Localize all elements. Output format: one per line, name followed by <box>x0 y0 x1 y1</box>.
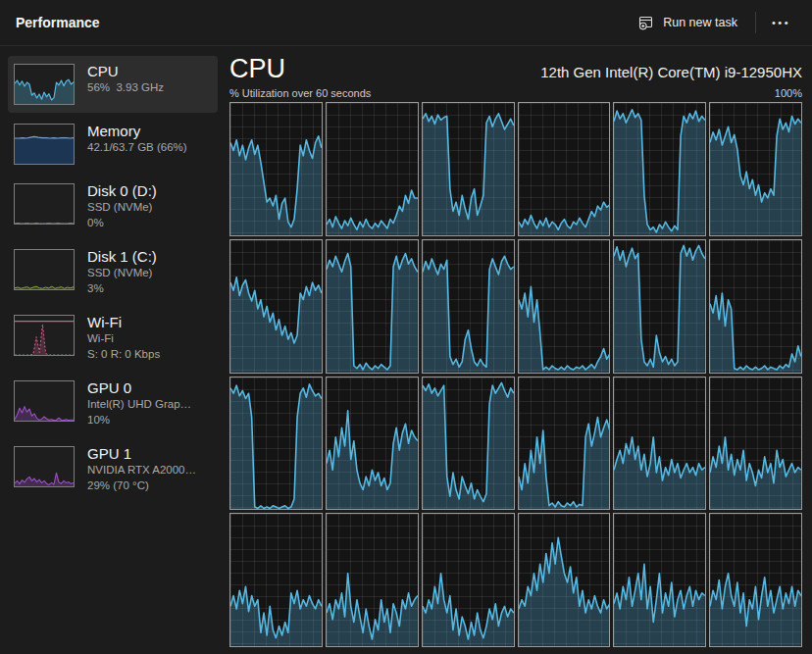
cpu-core-grid <box>229 102 802 647</box>
logical-processor-chart-10[interactable] <box>613 239 706 374</box>
cpu-section-title: CPU <box>229 54 285 84</box>
run-new-task-label: Run new task <box>663 16 737 29</box>
more-options-button[interactable]: ••• <box>764 13 798 32</box>
logical-processor-chart-22[interactable] <box>613 513 706 647</box>
sidebar-item-detail: 3% <box>87 281 157 297</box>
logical-processor-chart-6[interactable] <box>229 239 323 374</box>
disk0-mini-graph <box>14 183 75 225</box>
performance-sidebar: CPU56% 3.93 GHzMemory42.1/63.7 GB (66%)D… <box>0 46 222 653</box>
logical-processor-chart-5[interactable] <box>709 102 802 236</box>
logical-processor-chart-2[interactable] <box>422 102 515 236</box>
sidebar-item-disk0[interactable]: Disk 0 (D:)SSD (NVMe)0% <box>8 176 218 238</box>
sidebar-item-memory[interactable]: Memory42.1/63.7 GB (66%) <box>8 116 218 173</box>
logical-processor-chart-20[interactable] <box>422 513 515 647</box>
logical-processor-chart-12[interactable] <box>229 377 323 511</box>
sidebar-item-detail: 10% <box>87 413 191 428</box>
logical-processor-chart-14[interactable] <box>422 377 515 511</box>
sidebar-item-title: Disk 0 (D:) <box>87 182 157 200</box>
sidebar-item-detail: S: 0 R: 0 Kbps <box>87 347 160 363</box>
disk1-mini-graph <box>14 249 75 290</box>
sidebar-item-title: GPU 0 <box>87 379 191 397</box>
logical-processor-chart-17[interactable] <box>709 377 802 511</box>
logical-processor-chart-21[interactable] <box>518 513 611 647</box>
sidebar-item-disk1[interactable]: Disk 1 (C:)SSD (NVMe)3% <box>8 241 218 304</box>
sidebar-item-title: Wi-Fi <box>87 314 160 331</box>
logical-processor-chart-23[interactable] <box>709 513 802 647</box>
sidebar-item-detail: 29% (70 °C) <box>87 478 196 494</box>
sidebar-item-detail: SSD (NVMe) <box>87 266 157 281</box>
logical-processor-chart-7[interactable] <box>326 239 419 374</box>
sidebar-item-title: GPU 1 <box>87 445 196 463</box>
logical-processor-chart-3[interactable] <box>518 102 611 236</box>
logical-processor-chart-19[interactable] <box>326 513 419 647</box>
sidebar-item-gpu1[interactable]: GPU 1NVIDIA RTX A2000…29% (70 °C) <box>8 438 218 501</box>
logical-processor-chart-1[interactable] <box>326 102 419 236</box>
toolbar-divider <box>755 12 756 33</box>
sidebar-item-detail: 42.1/63.7 GB (66%) <box>87 140 187 156</box>
sidebar-item-detail: NVIDIA RTX A2000… <box>87 463 196 478</box>
wifi-mini-graph <box>14 315 75 356</box>
memory-mini-graph <box>14 124 75 165</box>
sidebar-item-gpu0[interactable]: GPU 0Intel(R) UHD Grap…10% <box>8 373 218 435</box>
sidebar-item-detail: Wi-Fi <box>87 331 160 347</box>
logical-processor-chart-4[interactable] <box>613 102 706 236</box>
gpu1-mini-graph <box>14 446 75 487</box>
page-title: Performance <box>16 15 100 30</box>
y-max-label: 100% <box>775 87 802 99</box>
logical-processor-chart-16[interactable] <box>613 377 706 511</box>
sidebar-item-detail: Intel(R) UHD Grap… <box>87 397 191 413</box>
logical-processor-chart-13[interactable] <box>326 377 419 511</box>
logical-processor-chart-9[interactable] <box>518 239 611 374</box>
cpu-detail-pane: CPU 12th Gen Intel(R) Core(TM) i9-12950H… <box>222 46 812 653</box>
cpu-mini-graph <box>14 64 75 105</box>
sidebar-item-detail: SSD (NVMe) <box>87 200 157 216</box>
sidebar-item-title: CPU <box>87 63 164 80</box>
sidebar-item-wifi[interactable]: Wi-FiWi-FiS: 0 R: 0 Kbps <box>8 307 218 370</box>
sidebar-item-detail: 56% 3.93 GHz <box>87 80 164 96</box>
logical-processor-chart-18[interactable] <box>229 513 323 647</box>
sidebar-item-title: Memory <box>87 123 187 140</box>
sidebar-item-cpu[interactable]: CPU56% 3.93 GHz <box>8 56 218 113</box>
utilization-axis-label: % Utilization over 60 seconds <box>229 87 371 99</box>
new-task-icon <box>638 15 654 30</box>
gpu0-mini-graph <box>14 380 75 422</box>
cpu-model-name: 12th Gen Intel(R) Core(TM) i9-12950HX <box>540 64 802 84</box>
top-bar: Performance Run new task ••• <box>0 0 812 46</box>
logical-processor-chart-15[interactable] <box>518 377 611 511</box>
sidebar-item-detail: 0% <box>87 216 157 231</box>
logical-processor-chart-11[interactable] <box>709 239 802 374</box>
logical-processor-chart-8[interactable] <box>422 239 515 374</box>
run-new-task-button[interactable]: Run new task <box>629 9 747 36</box>
sidebar-item-title: Disk 1 (C:) <box>87 248 157 266</box>
logical-processor-chart-0[interactable] <box>229 102 323 236</box>
